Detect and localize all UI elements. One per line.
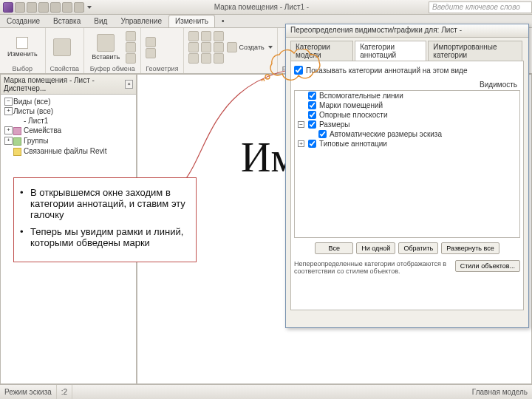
tree-item-links[interactable]: Связанные файлы Revit <box>3 146 134 157</box>
cat-item[interactable]: Опорные плоскости <box>295 110 519 120</box>
chevron-down-icon <box>268 46 273 49</box>
group-select-label: Выбор <box>4 64 41 72</box>
cat-checkbox[interactable] <box>308 92 316 100</box>
title-bar: Марка помещения - Лист1 - Введите ключев… <box>0 0 532 15</box>
brush-icon <box>126 53 136 64</box>
cat-item[interactable]: Вспомогательные линии <box>295 91 519 100</box>
create-button[interactable]: Создать <box>227 42 273 52</box>
geom-icon <box>146 48 156 58</box>
cat-checkbox[interactable] <box>308 120 316 129</box>
grid-icon <box>201 42 211 52</box>
link-icon <box>13 148 21 156</box>
tab-view[interactable]: Вид <box>87 15 114 27</box>
folder-icon <box>13 127 21 135</box>
qat-save-icon[interactable] <box>27 2 37 13</box>
group-geometry-label: Геометрия <box>146 64 178 72</box>
properties-icon <box>53 38 71 56</box>
dialog-body: Показывать категории аннотаций на этом в… <box>290 61 524 310</box>
qat-open-icon[interactable] <box>15 2 25 13</box>
cat-item[interactable]: Марки помещений <box>295 100 519 110</box>
chevron-down-icon[interactable] <box>87 6 92 9</box>
cat-checkbox[interactable] <box>308 111 316 119</box>
dialog-note: Непереопределенные категории отображаютс… <box>294 260 451 275</box>
show-annotations-label: Показывать категории аннотаций на этом в… <box>306 66 468 75</box>
group-props-label: Свойства <box>50 64 80 72</box>
qat-redo-icon[interactable] <box>50 2 61 13</box>
modify-button[interactable]: Изменить <box>4 35 41 59</box>
tab-imported-categories[interactable]: Импортированные категории <box>428 41 522 61</box>
instruction-bullet: Теперь мы увидим рамки и линий, которыми… <box>30 225 187 253</box>
tree-item-families[interactable]: Семейства <box>3 126 134 136</box>
instruction-bullet: В открывшемся окне заходим в категории а… <box>30 185 187 225</box>
cat-checkbox[interactable] <box>308 101 316 109</box>
show-annotations-checkbox[interactable] <box>294 66 303 75</box>
cat-checkbox[interactable] <box>308 140 316 148</box>
folder-icon <box>13 137 21 146</box>
keyword-search-input[interactable]: Введите ключевое слово <box>429 1 532 13</box>
status-workset[interactable]: Главная модель <box>468 385 532 399</box>
cat-checkbox[interactable] <box>318 130 327 138</box>
expand-all-button[interactable]: Развернуть все <box>441 242 499 254</box>
tree-item-views[interactable]: Виды (все) <box>3 97 134 106</box>
cut-button[interactable] <box>126 31 136 41</box>
none-button[interactable]: Ни одной <box>356 242 395 254</box>
match-button[interactable] <box>126 53 136 64</box>
expand-icon[interactable]: + <box>298 140 304 147</box>
status-zoom[interactable]: :2 <box>57 385 72 399</box>
tab-manage[interactable]: Управление <box>114 15 168 27</box>
geom-btn-2[interactable] <box>146 48 156 58</box>
tree-item-sheet1[interactable]: - Лист1 <box>3 116 134 126</box>
properties-button[interactable] <box>50 37 74 58</box>
tree-item-groups[interactable]: Группы <box>3 136 134 146</box>
cursor-icon <box>16 37 28 49</box>
qat-misc-icon[interactable] <box>74 2 84 13</box>
cat-item[interactable]: −Размеры <box>295 120 519 129</box>
paste-button[interactable]: Вставить <box>89 33 123 62</box>
geom-btn-1[interactable] <box>146 37 156 47</box>
app-icon[interactable] <box>3 2 13 13</box>
tab-modify[interactable]: Изменить <box>168 15 215 27</box>
group-modify-label <box>188 64 273 72</box>
category-list[interactable]: Вспомогательные линии Марки помещений Оп… <box>294 90 520 238</box>
grid-icon <box>188 42 199 52</box>
qat-print-icon[interactable] <box>62 2 72 13</box>
visibility-column-header: Видимость <box>294 79 520 90</box>
visibility-dialog: Переопределения видимости/графики для: Л… <box>285 24 529 328</box>
browser-title: Марка помещения - Лист - Диспетчер... <box>4 76 125 92</box>
project-tree: Виды (все) Листы (все) - Лист1 Семейства… <box>1 95 136 159</box>
geom-icon <box>146 37 156 47</box>
window-title: Марка помещения - Лист1 - <box>95 3 429 11</box>
mod-grid-btn2[interactable] <box>188 42 224 52</box>
cat-item[interactable]: Автоматические размеры эскиза <box>295 129 519 139</box>
mod-grid-btn3[interactable] <box>188 53 224 64</box>
copy-button[interactable] <box>126 42 136 52</box>
mod-grid-btn[interactable] <box>188 31 224 41</box>
qat-undo-icon[interactable] <box>38 2 49 13</box>
tab-model-categories[interactable]: Категории модели <box>290 41 353 61</box>
tab-insert[interactable]: Вставка <box>47 15 87 27</box>
grid-icon <box>188 53 199 64</box>
dialog-note-row: Непереопределенные категории отображаютс… <box>294 259 520 276</box>
tab-annotation-categories[interactable]: Категории аннотаций <box>355 41 426 61</box>
invert-button[interactable]: Обратить <box>398 242 438 254</box>
create-icon <box>227 42 237 52</box>
tree-item-sheets[interactable]: Листы (все) <box>3 106 134 116</box>
dialog-tabs: Категории модели Категории аннотаций Имп… <box>290 41 524 61</box>
grid-icon <box>214 42 224 52</box>
object-styles-button[interactable]: Стили объектов... <box>455 260 520 272</box>
create-label: Создать <box>239 44 265 51</box>
tab-create[interactable]: Создание <box>0 15 47 27</box>
grid-icon <box>188 31 199 41</box>
paste-icon <box>97 34 115 52</box>
expand-icon[interactable]: − <box>298 121 304 128</box>
status-bar: Режим эскиза :2 Главная модель <box>0 384 532 399</box>
grid-icon <box>201 31 211 41</box>
browser-titlebar: Марка помещения - Лист - Диспетчер... × <box>1 75 136 95</box>
cat-item[interactable]: +Типовые аннотации <box>295 139 519 149</box>
copy-icon <box>126 42 136 52</box>
all-button[interactable]: Все <box>315 242 353 254</box>
tab-extra-icon[interactable]: • <box>215 15 231 27</box>
close-icon[interactable]: × <box>125 80 133 89</box>
grid-icon <box>214 31 224 41</box>
group-clipboard-label: Буфер обмена <box>89 64 136 72</box>
